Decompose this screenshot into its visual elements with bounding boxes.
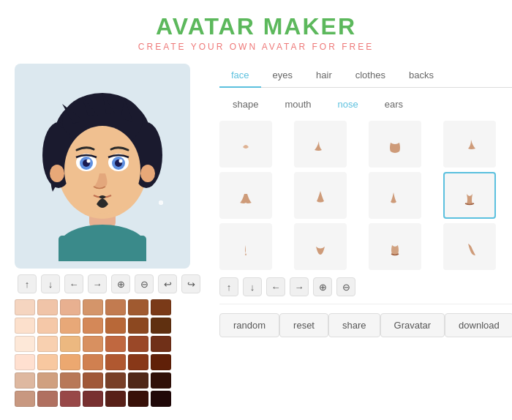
avatar-canvas	[15, 64, 190, 269]
gravatar-button[interactable]: Gravatar	[380, 313, 445, 337]
color-swatch-23[interactable]	[60, 354, 80, 370]
color-swatch-6[interactable]	[151, 299, 171, 315]
reset-button[interactable]: reset	[279, 313, 328, 337]
color-swatch-13[interactable]	[151, 318, 171, 334]
color-swatch-33[interactable]	[128, 372, 148, 389]
right-nav-btn[interactable]: →	[290, 277, 309, 296]
color-swatch-27[interactable]	[151, 354, 171, 370]
svg-point-13	[50, 165, 64, 182]
left-nav-btn[interactable]: ←	[266, 277, 285, 296]
zoom-in-nav-btn[interactable]: ⊕	[313, 277, 332, 296]
color-swatch-11[interactable]	[105, 318, 126, 334]
zoom-out-nav-btn[interactable]: ⊖	[336, 277, 355, 296]
color-swatch-38[interactable]	[83, 391, 103, 407]
color-swatch-0[interactable]	[15, 299, 35, 315]
color-swatch-25[interactable]	[105, 354, 126, 370]
nose-options-grid	[219, 121, 512, 270]
category-tab-backs[interactable]: backs	[397, 64, 445, 88]
color-swatch-37[interactable]	[60, 391, 80, 407]
redo-control-btn[interactable]: ↪	[181, 274, 200, 293]
category-tab-face[interactable]: face	[219, 64, 261, 88]
sub-tabs: shapemouthnoseears	[219, 95, 512, 113]
zoom-in-control-btn[interactable]: ⊕	[111, 274, 130, 293]
left-control-btn[interactable]: ←	[64, 274, 83, 293]
nose-option-7[interactable]	[443, 172, 496, 219]
color-swatch-4[interactable]	[105, 299, 126, 315]
nose-option-6[interactable]	[369, 172, 421, 219]
color-swatch-39[interactable]	[105, 391, 126, 407]
svg-point-14	[140, 165, 155, 182]
color-swatch-10[interactable]	[83, 318, 103, 334]
color-swatch-20[interactable]	[151, 336, 171, 352]
category-tab-clothes[interactable]: clothes	[344, 64, 397, 88]
right-control-btn[interactable]: →	[88, 274, 107, 293]
color-swatch-19[interactable]	[128, 336, 148, 352]
color-swatch-26[interactable]	[128, 354, 148, 370]
nose-option-2[interactable]	[369, 121, 421, 168]
main-content: ↑↓←→⊕⊖↩↪ faceeyeshairclothesbacks shapem…	[0, 56, 512, 414]
color-swatch-16[interactable]	[60, 336, 80, 352]
color-swatch-28[interactable]	[15, 372, 35, 389]
share-button[interactable]: share	[328, 313, 380, 337]
color-swatch-1[interactable]	[37, 299, 58, 315]
color-swatch-36[interactable]	[37, 391, 58, 407]
color-swatch-3[interactable]	[83, 299, 103, 315]
sub-tab-ears[interactable]: ears	[372, 95, 416, 113]
svg-rect-2	[59, 236, 146, 261]
category-tab-eyes[interactable]: eyes	[261, 64, 304, 88]
color-palette	[15, 299, 205, 407]
sub-tab-shape[interactable]: shape	[219, 95, 271, 113]
nose-option-0[interactable]	[219, 121, 272, 168]
color-swatch-17[interactable]	[83, 336, 103, 352]
grid-nav-controls: ↑↓←→⊕⊖	[219, 277, 512, 296]
color-swatch-18[interactable]	[105, 336, 126, 352]
color-swatch-41[interactable]	[151, 391, 171, 407]
sub-tab-nose[interactable]: nose	[325, 95, 372, 113]
right-panel: faceeyeshairclothesbacks shapemouthnosee…	[219, 64, 512, 407]
color-swatch-24[interactable]	[83, 354, 103, 370]
nose-option-4[interactable]	[219, 172, 272, 219]
color-swatch-15[interactable]	[37, 336, 58, 352]
svg-point-23	[119, 160, 123, 163]
color-swatch-8[interactable]	[37, 318, 58, 334]
color-swatch-30[interactable]	[60, 372, 80, 389]
nose-option-10[interactable]	[369, 223, 421, 270]
color-swatch-32[interactable]	[105, 372, 126, 389]
color-swatch-7[interactable]	[15, 318, 35, 334]
download-button[interactable]: download	[445, 313, 512, 337]
color-swatch-31[interactable]	[83, 372, 103, 389]
page-header: AVATAR MAKER CREATE YOUR OWN AVATAR FOR …	[0, 0, 512, 56]
undo-control-btn[interactable]: ↩	[158, 274, 177, 293]
category-tab-hair[interactable]: hair	[304, 64, 344, 88]
color-swatch-22[interactable]	[37, 354, 58, 370]
down-control-btn[interactable]: ↓	[41, 274, 60, 293]
color-swatch-34[interactable]	[151, 372, 171, 389]
nose-option-11[interactable]	[443, 223, 496, 270]
svg-point-22	[87, 160, 91, 163]
color-swatch-9[interactable]	[60, 318, 80, 334]
left-panel: ↑↓←→⊕⊖↩↪	[15, 64, 205, 407]
up-control-btn[interactable]: ↑	[18, 274, 37, 293]
down-nav-btn[interactable]: ↓	[243, 277, 262, 296]
color-swatch-35[interactable]	[15, 391, 35, 407]
color-swatch-29[interactable]	[37, 372, 58, 389]
color-swatch-5[interactable]	[128, 299, 148, 315]
random-button[interactable]: random	[219, 313, 279, 337]
zoom-out-control-btn[interactable]: ⊖	[135, 274, 154, 293]
sub-tab-mouth[interactable]: mouth	[271, 95, 324, 113]
color-swatch-21[interactable]	[15, 354, 35, 370]
color-swatch-14[interactable]	[15, 336, 35, 352]
nose-option-3[interactable]	[443, 121, 496, 168]
nose-option-8[interactable]	[219, 223, 272, 270]
avatar-illustration	[29, 71, 176, 261]
avatar-controls: ↑↓←→⊕⊖↩↪	[15, 274, 205, 293]
nose-option-1[interactable]	[294, 121, 347, 168]
nose-option-9[interactable]	[294, 223, 347, 270]
nose-option-5[interactable]	[294, 172, 347, 219]
color-swatch-12[interactable]	[128, 318, 148, 334]
bottom-actions: randomresetshareGravatardownload	[219, 304, 512, 337]
category-tabs: faceeyeshairclothesbacks	[219, 64, 512, 88]
up-nav-btn[interactable]: ↑	[219, 277, 238, 296]
color-swatch-2[interactable]	[60, 299, 80, 315]
color-swatch-40[interactable]	[128, 391, 148, 407]
